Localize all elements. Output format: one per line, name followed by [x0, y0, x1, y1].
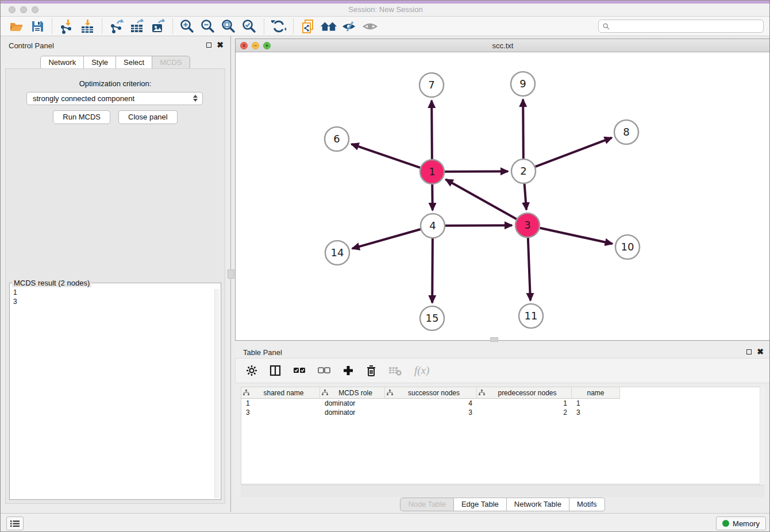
node-6[interactable]: 6	[325, 127, 349, 151]
table-cell[interactable]: dominator	[320, 408, 385, 417]
edge-1-6[interactable]	[352, 144, 421, 168]
edge-3-1[interactable]	[446, 179, 517, 219]
node-10[interactable]: 10	[615, 235, 640, 259]
search-box[interactable]	[598, 20, 764, 33]
table-cell[interactable]: dominator	[320, 399, 385, 408]
table-row[interactable]: 1dominator411	[241, 399, 764, 408]
tab-node-table[interactable]: Node Table	[400, 498, 454, 511]
table-cell[interactable]: 1	[477, 399, 572, 408]
node-15[interactable]: 15	[420, 306, 444, 330]
zoom-in-button[interactable]	[179, 18, 196, 34]
save-session-button[interactable]	[29, 18, 46, 34]
task-history-button[interactable]	[6, 516, 24, 530]
edge-2-8[interactable]	[536, 138, 612, 167]
table-cell[interactable]: 2	[477, 408, 572, 417]
create-column-button[interactable]	[342, 365, 354, 376]
zoom-fit-button[interactable]	[220, 18, 237, 34]
edge-4-15[interactable]	[432, 238, 433, 303]
node-label: 4	[429, 219, 436, 232]
import-network-button[interactable]	[58, 18, 75, 34]
first-neighbors-button[interactable]	[320, 18, 337, 34]
float-panel-icon[interactable]	[206, 43, 211, 48]
import-table-button[interactable]	[79, 18, 96, 34]
float-panel-icon[interactable]	[746, 349, 752, 354]
node-4[interactable]: 4	[421, 214, 445, 238]
tab-edge-table[interactable]: Edge Table	[453, 498, 507, 511]
zoom-out-button[interactable]	[199, 18, 217, 34]
result-scrollbar[interactable]	[214, 289, 220, 498]
edge-3-11[interactable]	[528, 238, 530, 300]
delete-column-button[interactable]	[366, 365, 376, 377]
column-header-successor-nodes[interactable]: successor nodes	[385, 387, 477, 399]
edge-2-3[interactable]	[525, 184, 526, 210]
network-canvas[interactable]: 1234678910111415	[236, 52, 770, 340]
close-panel-button[interactable]: Close panel	[118, 110, 178, 124]
close-panel-icon[interactable]: ✖	[757, 348, 764, 355]
vertical-split-handle[interactable]	[228, 269, 234, 279]
edge-1-7[interactable]	[432, 101, 432, 159]
search-input[interactable]	[612, 22, 763, 30]
node-label: 1	[429, 165, 435, 178]
tab-network-table[interactable]: Network Table	[506, 498, 569, 511]
criterion-select[interactable]: strongly connected component	[26, 92, 203, 105]
function-builder-button[interactable]: f(x)	[414, 364, 429, 377]
node-7[interactable]: 7	[419, 73, 444, 97]
show-all-button[interactable]	[361, 18, 379, 34]
tab-select[interactable]: Select	[116, 56, 152, 70]
hide-selected-button[interactable]	[341, 18, 358, 34]
node-3[interactable]: 3	[515, 213, 540, 237]
table-cell[interactable]: 4	[385, 399, 477, 408]
zoom-selected-button[interactable]	[241, 18, 258, 34]
edge-2-9[interactable]	[523, 99, 523, 159]
table-cell[interactable]: 1	[572, 399, 620, 408]
edge-3-10[interactable]	[540, 228, 612, 244]
column-header-shared-name[interactable]: shared name	[241, 387, 320, 399]
show-columns-button[interactable]	[270, 365, 281, 376]
tab-style[interactable]: Style	[83, 56, 116, 70]
refresh-button[interactable]	[270, 18, 287, 34]
table-cell[interactable]: 3	[241, 408, 320, 417]
unselect-all-columns-button[interactable]	[318, 367, 330, 375]
table-settings-button[interactable]	[246, 365, 257, 376]
mcds-result-text[interactable]: 1 3	[10, 288, 214, 498]
horizontal-split-handle[interactable]	[490, 337, 498, 342]
toolbar-separator	[264, 19, 264, 34]
select-all-columns-button[interactable]	[293, 367, 306, 375]
tab-motifs[interactable]: Motifs	[569, 498, 605, 511]
edges-group[interactable]	[352, 99, 613, 303]
column-type-icon	[387, 390, 393, 396]
table-horizontal-scrollbar[interactable]	[241, 485, 765, 497]
edge-4-14[interactable]	[352, 229, 421, 249]
table-cell[interactable]: 1	[241, 399, 320, 408]
export-image-button[interactable]	[149, 18, 167, 34]
node-9[interactable]: 9	[511, 72, 535, 96]
tab-network[interactable]: Network	[40, 56, 84, 70]
edge-1-2[interactable]	[445, 171, 508, 172]
export-table-button[interactable]	[129, 18, 146, 34]
table-cell[interactable]: 3	[385, 408, 477, 417]
tab-mcds[interactable]: MCDS	[152, 56, 190, 70]
new-network-from-selection-button[interactable]	[299, 18, 317, 34]
run-mcds-button[interactable]: Run MCDS	[53, 110, 110, 124]
column-header-predecessor-nodes[interactable]: predecessor nodes	[477, 387, 572, 399]
network-window-titlebar[interactable]: × − + scc.txt	[236, 39, 770, 52]
node-table[interactable]: shared nameMCDS rolesuccessor nodesprede…	[241, 387, 765, 484]
table-row[interactable]: 3dominator323	[241, 408, 764, 417]
export-network-button[interactable]	[108, 18, 125, 34]
close-panel-icon[interactable]: ✖	[217, 41, 224, 48]
column-header-name[interactable]: name	[572, 387, 620, 399]
node-8[interactable]: 8	[614, 120, 638, 144]
node-2[interactable]: 2	[511, 159, 536, 183]
delete-table-button[interactable]	[388, 365, 402, 376]
table-vertical-scrollbar[interactable]	[760, 387, 765, 484]
node-label: 7	[428, 79, 434, 91]
open-session-button[interactable]	[8, 18, 25, 34]
column-header-mcds-role[interactable]: MCDS role	[320, 387, 385, 399]
node-14[interactable]: 14	[325, 241, 349, 265]
delete-table-icon	[388, 365, 402, 376]
node-11[interactable]: 11	[519, 304, 543, 328]
edge-4-3[interactable]	[445, 225, 512, 226]
node-1[interactable]: 1	[420, 160, 444, 184]
memory-button[interactable]: Memory	[716, 516, 766, 530]
table-cell[interactable]: 3	[572, 408, 620, 417]
